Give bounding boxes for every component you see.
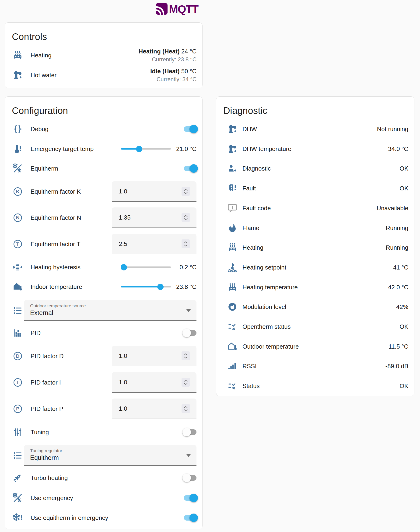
tuning-regulator-select[interactable]: Tuning regulator Equitherm <box>24 445 196 466</box>
signal-icon <box>227 361 237 371</box>
equitherm-factor-k-input[interactable]: 1.0 <box>112 181 196 202</box>
diagnostic-row-heating-setpoint[interactable]: Heating setpoint 41 °C <box>216 261 414 274</box>
row-label: Hot water <box>30 72 150 79</box>
number-stepper[interactable] <box>181 404 190 413</box>
dropdown-caret-icon <box>186 454 191 457</box>
chevron-down-icon[interactable] <box>184 356 188 359</box>
alpha-p-circle-icon: P <box>14 405 22 413</box>
mqtt-logo: MQTT <box>156 2 203 15</box>
list-status-icon <box>227 322 237 332</box>
alpha-n-circle-icon: N <box>14 213 22 222</box>
climate-action: Heating (Heat) <box>138 48 180 55</box>
alpha-k-circle-icon: K <box>14 187 22 196</box>
chevron-up-icon[interactable] <box>184 406 188 408</box>
row-value: -89.0 dB <box>386 363 408 370</box>
row-label: Fault code <box>242 205 377 212</box>
chevron-up-icon[interactable] <box>184 215 188 217</box>
diagnostic-row-status[interactable]: Status OK <box>216 379 414 392</box>
chevron-up-icon[interactable] <box>184 380 188 382</box>
number-value: 1.0 <box>119 352 127 360</box>
row-label: PID factor D <box>30 353 112 360</box>
diagnostic-row-outdoor-temperature[interactable]: Outdoor temperature 11.5 °C <box>216 340 414 353</box>
chevron-down-icon[interactable] <box>184 409 188 411</box>
row-label: Diagnostic <box>242 165 399 172</box>
emergency-target-temp-slider[interactable] <box>121 146 171 152</box>
diagnostic-row-rssi[interactable]: RSSI -89.0 dB <box>216 360 414 373</box>
diagnostic-card: Diagnostic DHW Not running DHW temperatu… <box>216 96 414 396</box>
chevron-down-icon[interactable] <box>184 244 188 247</box>
row-label: Debug <box>30 126 184 133</box>
diagnostic-row-flame[interactable]: Flame Running <box>216 222 414 235</box>
row-label: Use equitherm in emergency <box>30 514 184 521</box>
climate-state[interactable]: Heating (Heat)24 °C Currently: 23.8 °C <box>138 48 196 63</box>
radiator-icon <box>13 50 23 60</box>
row-value: Not running <box>377 126 408 133</box>
diagnostic-row-dhw[interactable]: DHW Not running <box>216 122 414 135</box>
row-label: RSSI <box>242 363 386 370</box>
climate-action: Idle (Heat) <box>150 68 180 75</box>
row-label: Opentherm status <box>242 323 399 330</box>
pid-factor-d-input[interactable]: 1.0 <box>112 346 196 366</box>
diagnostic-row-dhw-temperature[interactable]: DHW temperature 34.0 °C <box>216 142 414 155</box>
pid-toggle[interactable] <box>184 330 196 336</box>
climate-target: 24 °C <box>181 48 196 55</box>
pid-factor-p-input[interactable]: 1.0 <box>112 399 196 419</box>
controls-row-heating[interactable]: Heating Heating (Heat)24 °C Currently: 2… <box>5 47 202 63</box>
tuning-toggle[interactable] <box>184 429 196 435</box>
row-label: PID <box>30 329 184 337</box>
chevron-down-icon[interactable] <box>184 192 188 194</box>
config-row-use-equitherm-in-emergency: Use equitherm in emergency <box>5 511 202 524</box>
config-row-tuning: Tuning <box>5 426 202 439</box>
use-equitherm-in-emergency-toggle[interactable] <box>184 515 196 520</box>
slider-knob[interactable] <box>121 264 127 270</box>
chevron-up-icon[interactable] <box>184 353 188 355</box>
row-label: Emergency target temp <box>30 145 121 153</box>
diagnostic-row-diagnostic[interactable]: Diagnostic OK <box>216 162 414 175</box>
row-label: Status <box>242 383 399 390</box>
slider-knob[interactable] <box>136 146 142 152</box>
outdoor-temperature-source-select[interactable]: Outdoor temperature source External <box>24 300 196 321</box>
heating-hysteresis-slider[interactable] <box>121 264 171 270</box>
diagnostic-row-modulation-level[interactable]: Modulation level 42% <box>216 300 414 313</box>
number-stepper[interactable] <box>181 187 190 196</box>
config-row-emergency-target-temp: Emergency target temp 21.0 °C <box>5 140 202 158</box>
slider-value: 0.2 °C <box>174 264 196 271</box>
number-stepper[interactable] <box>181 213 190 222</box>
chevron-up-icon[interactable] <box>184 241 188 244</box>
slider-knob[interactable] <box>157 284 164 290</box>
diagnostic-row-fault[interactable]: Fault OK <box>216 182 414 195</box>
turbo-heating-toggle[interactable] <box>184 475 196 481</box>
chevron-down-icon[interactable] <box>184 218 188 220</box>
pid-factor-i-input[interactable]: 1.0 <box>112 372 196 393</box>
chevron-down-icon[interactable] <box>184 383 188 385</box>
water-pump-icon <box>227 124 237 134</box>
debug-toggle[interactable] <box>184 126 196 132</box>
row-label: Heating hysteresis <box>30 264 121 271</box>
equitherm-factor-t-input[interactable]: 2.5 <box>112 234 196 254</box>
diagnostic-row-opentherm-status[interactable]: Opentherm status OK <box>216 320 414 333</box>
climate-current: Currently: 23.8 °C <box>138 56 196 63</box>
water-pump-icon <box>13 70 23 80</box>
number-stepper[interactable] <box>181 239 190 248</box>
controls-card: Controls Heating Heating (Heat)24 °C Cur… <box>5 22 203 88</box>
indoor-temperature-slider[interactable] <box>121 284 171 290</box>
chevron-up-icon[interactable] <box>184 189 188 191</box>
equitherm-factor-n-input[interactable]: 1.35 <box>112 207 196 228</box>
equitherm-toggle[interactable] <box>184 166 196 171</box>
controls-row-hot-water[interactable]: Hot water Idle (Heat)50 °C Currently: 34… <box>5 67 202 83</box>
climate-state[interactable]: Idle (Heat)50 °C Currently: 34 °C <box>150 67 196 83</box>
code-braces-icon <box>13 124 23 134</box>
number-stepper[interactable] <box>181 351 190 360</box>
diagnostic-row-heating[interactable]: Heating Running <box>216 241 414 254</box>
config-row-pid-factor-i: I PID factor I 1.0 <box>5 372 202 393</box>
row-value: OK <box>399 165 408 172</box>
use-emergency-toggle[interactable] <box>184 495 196 501</box>
dropdown-caret-icon <box>186 309 191 312</box>
diagnostic-row-heating-temperature[interactable]: Heating temperature 42.0 °C <box>216 281 414 294</box>
number-stepper[interactable] <box>181 378 190 387</box>
home-thermometer-icon <box>13 282 23 292</box>
row-value: Running <box>386 224 408 232</box>
number-value: 2.5 <box>119 240 127 248</box>
diagnostic-row-fault-code[interactable]: Fault code Unavailable <box>216 202 414 215</box>
row-label: Indoor temperature <box>30 283 121 291</box>
